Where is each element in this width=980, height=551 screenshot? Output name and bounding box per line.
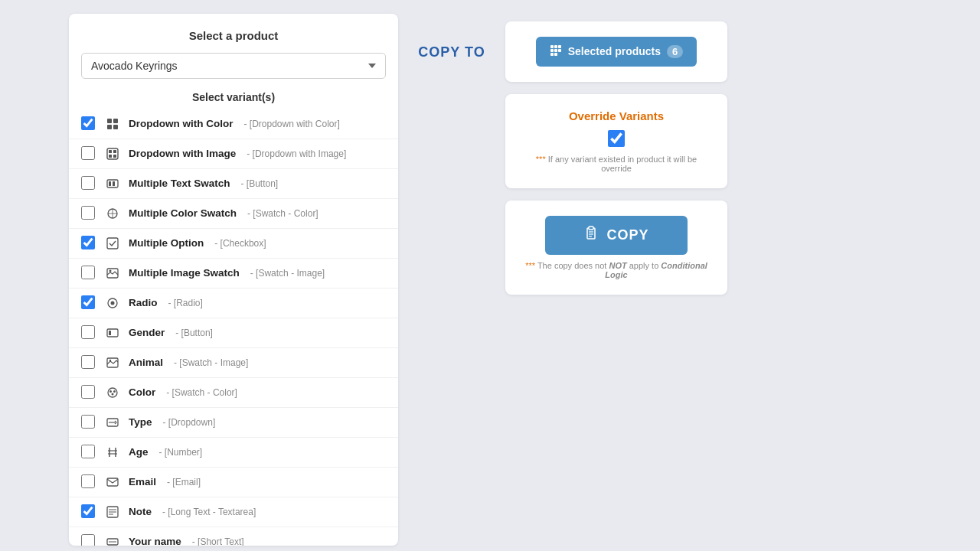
variant-name: Gender [129, 327, 165, 338]
copy-button[interactable]: COPY [545, 216, 687, 255]
swatch-icon [104, 175, 121, 192]
textarea-icon [104, 504, 121, 520]
override-card: Override Variants *** If any variant exi… [505, 94, 727, 188]
variant-checkbox-3[interactable] [81, 176, 95, 190]
svg-rect-54 [550, 53, 554, 56]
variant-type: - [Number] [159, 447, 203, 458]
list-item[interactable]: Dropdown with Color- [Dropdown with Colo… [69, 109, 398, 139]
color-swatch-icon [104, 205, 121, 222]
variant-checkbox-wrap [81, 206, 96, 221]
copy-to-label: COPY TO [418, 44, 485, 60]
product-select-wrap: Avocado Keyrings [69, 53, 398, 79]
variants-title: Select variant(s) [69, 91, 398, 103]
variant-checkbox-1[interactable] [81, 116, 95, 130]
variant-checkbox-12[interactable] [81, 445, 95, 458]
list-item[interactable]: Note- [Long Text - Textarea] [69, 497, 398, 527]
svg-rect-32 [107, 478, 118, 486]
variant-type: - [Button] [241, 178, 279, 189]
svg-rect-8 [113, 155, 116, 158]
selected-products-button[interactable]: Selected products 6 [536, 37, 697, 67]
list-item[interactable]: Email- [Email] [69, 468, 398, 497]
variant-checkbox-9[interactable] [81, 355, 95, 369]
variant-type: - [Dropdown with Image] [247, 148, 346, 159]
variant-name: Dropdown with Color [129, 118, 233, 129]
gender-icon [104, 324, 121, 341]
variant-checkbox-7[interactable] [81, 295, 95, 309]
variant-name: Multiple Color Swatch [129, 207, 237, 219]
svg-rect-48 [550, 45, 554, 48]
svg-point-15 [109, 269, 112, 272]
variant-checkbox-5[interactable] [81, 236, 95, 249]
variant-checkbox-wrap [81, 295, 96, 311]
variant-checkbox-wrap [81, 504, 96, 520]
list-item[interactable]: Multiple Image Swatch- [Swatch - Image] [69, 259, 398, 289]
override-checkbox[interactable] [608, 130, 625, 147]
variant-checkbox-6[interactable] [81, 266, 95, 279]
list-item[interactable]: Gender- [Button] [69, 318, 398, 348]
product-select[interactable]: Avocado Keyrings [81, 53, 386, 79]
variant-checkbox-wrap [81, 266, 96, 281]
variant-checkbox-10[interactable] [81, 385, 95, 399]
variant-checkbox-14[interactable] [81, 504, 95, 518]
variant-checkbox-4[interactable] [81, 206, 95, 220]
list-item[interactable]: Multiple Text Swatch- [Button] [69, 169, 398, 199]
list-item[interactable]: Radio- [Radio] [69, 289, 398, 318]
type-icon [104, 414, 121, 431]
middle-section: COPY TO [398, 14, 505, 60]
svg-rect-51 [550, 49, 554, 52]
copy-note: *** The copy does not NOT apply to Condi… [521, 261, 712, 279]
svg-rect-11 [113, 181, 115, 186]
list-item[interactable]: Multiple Option- [Checkbox] [69, 229, 398, 259]
variant-checkbox-wrap [81, 116, 96, 132]
variant-checkbox-wrap [81, 445, 96, 460]
selected-count-badge: 6 [667, 45, 683, 58]
list-item[interactable]: Age- [Number] [69, 438, 398, 468]
svg-rect-13 [107, 238, 118, 249]
svg-rect-50 [558, 45, 561, 48]
variant-type: - [Long Text - Textarea] [162, 507, 256, 517]
image-swatch-icon [104, 265, 121, 282]
animal-icon [104, 354, 121, 371]
variant-checkbox-wrap [81, 385, 96, 400]
svg-point-23 [109, 390, 112, 393]
checkbox-icon [104, 235, 121, 252]
svg-point-22 [108, 388, 117, 397]
svg-rect-1 [113, 119, 118, 123]
svg-rect-57 [589, 227, 593, 230]
variant-checkbox-13[interactable] [81, 474, 95, 488]
right-panel: Selected products 6 Override Variants **… [505, 14, 727, 295]
list-item[interactable]: Your name- [Short Text] [69, 527, 398, 546]
copy-card: COPY *** The copy does not NOT apply to … [505, 201, 727, 295]
list-item[interactable]: Multiple Color Swatch- [Swatch - Color] [69, 199, 398, 229]
list-item[interactable]: Color- [Swatch - Color] [69, 378, 398, 408]
variant-type: - [Swatch - Color] [166, 387, 237, 398]
variant-checkbox-8[interactable] [81, 325, 95, 339]
svg-rect-0 [107, 119, 112, 123]
list-item[interactable]: Animal- [Swatch - Image] [69, 348, 398, 378]
variant-name: Radio [129, 297, 158, 308]
panel-title: Select a product [69, 29, 398, 42]
variant-name: Note [129, 506, 152, 517]
variant-type: - [Button] [175, 328, 213, 338]
list-item[interactable]: Type- [Dropdown] [69, 408, 398, 438]
variant-type: - [Swatch - Image] [174, 357, 248, 368]
variant-type: - [Short Text] [192, 536, 244, 546]
override-checkbox-wrap [608, 130, 625, 147]
list-item[interactable]: Dropdown with Image- [Dropdown with Imag… [69, 139, 398, 169]
svg-rect-4 [107, 148, 118, 159]
svg-rect-55 [554, 53, 557, 56]
override-title: Override Variants [569, 109, 664, 122]
copy-note-stars: *** [525, 261, 537, 270]
svg-rect-7 [109, 155, 112, 158]
svg-rect-19 [109, 331, 111, 335]
copy-button-label: COPY [606, 227, 648, 243]
variant-name: Email [129, 476, 156, 487]
variant-name: Multiple Text Swatch [129, 178, 230, 189]
variant-type: - [Swatch - Color] [247, 208, 318, 219]
radio-icon [104, 295, 121, 311]
variant-checkbox-11[interactable] [81, 415, 95, 429]
variant-checkbox-wrap [81, 325, 96, 341]
variant-checkbox-15[interactable] [81, 534, 95, 546]
variant-checkbox-2[interactable] [81, 146, 95, 160]
svg-rect-52 [554, 49, 557, 52]
